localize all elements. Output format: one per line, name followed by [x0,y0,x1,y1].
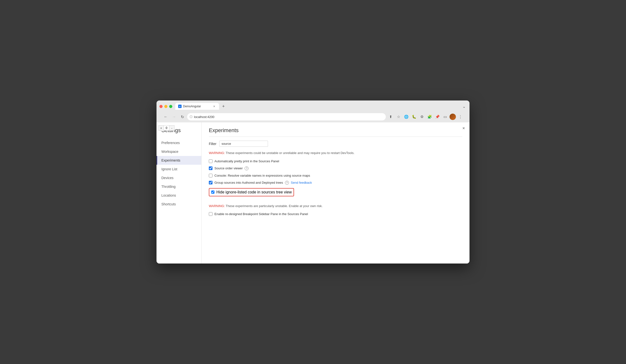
tab-title: DemoAngular [183,105,211,108]
pretty-print-checkbox[interactable] [209,159,212,163]
traffic-lights [159,105,172,108]
close-window-button[interactable] [159,105,162,108]
filter-label: Filter [209,142,216,146]
browser-window: A DemoAngular × + ⌄ ← → ↻ ⓘ ⬆ ☆ 🌐 [156,101,470,263]
hide-ignore-checkbox[interactable] [211,190,214,194]
group-sources-checkbox[interactable] [209,181,212,184]
title-bar: A DemoAngular × + ⌄ [159,103,467,110]
breakpoint-sidebar-label[interactable]: Enable re-designed Breakpoint Sidebar Pa… [214,212,308,216]
puzzle-icon[interactable]: 🧩 [426,113,433,120]
breakpoint-sidebar-checkbox[interactable] [209,212,212,216]
highlighted-item-border: Hide ignore-listed code in sources tree … [209,188,294,196]
send-feedback-link[interactable]: Send feedback [291,181,312,184]
filter-row: Filter [209,141,462,147]
address-input[interactable] [187,113,386,120]
counter-value: 0 [164,125,169,131]
source-order-label[interactable]: Source order viewer [214,166,243,170]
bug-icon[interactable]: 🐛 [411,113,417,120]
address-bar-wrapper: ⓘ [187,113,386,120]
bookmark-icon[interactable]: ☆ [395,113,402,120]
more-options-icon[interactable]: ⋮ [457,113,464,120]
translate-icon[interactable]: 🌐 [403,113,410,120]
tab-close-button[interactable]: × [212,104,216,108]
counter-widget: + 0 - [158,125,175,131]
info-icon: ⓘ [190,115,193,119]
devtools-icon[interactable]: ⚙ [418,113,425,120]
share-icon[interactable]: ⬆ [387,113,394,120]
back-button[interactable]: ← [162,113,169,120]
avatar[interactable] [450,114,456,120]
hide-ignore-label[interactable]: Hide ignore-listed code in sources tree … [216,190,292,194]
experiment-item-pretty-print: Automatically pretty print in the Source… [209,159,462,163]
sidebar-item-shortcuts[interactable]: Shortcuts [156,200,201,209]
source-order-checkbox[interactable] [209,166,212,170]
settings-panel: × Settings Preferences Workspace Experim… [156,122,470,263]
experiment-item-breakpoint-sidebar: Enable re-designed Breakpoint Sidebar Pa… [209,212,462,216]
warning-text-1: WARNING: These experiments could be unst… [209,151,462,155]
browser-chrome: A DemoAngular × + ⌄ ← → ↻ ⓘ ⬆ ☆ 🌐 [156,101,470,122]
sidebar-item-experiments[interactable]: Experiments [156,156,201,165]
tab-bar: A DemoAngular × + [175,103,462,110]
experiment-item-group-sources: Group sources into Authored and Deployed… [209,181,462,185]
sidebar-icon[interactable]: ▭ [442,113,449,120]
experiment-item-hide-ignore: Hide ignore-listed code in sources tree … [209,188,462,200]
sidebar-item-preferences[interactable]: Preferences [156,139,201,147]
sidebar-item-throttling[interactable]: Throttling [156,182,201,191]
resolve-vars-label[interactable]: Console: Resolve variable names in expre… [214,174,310,177]
warning-text-2: WARNING: These experiments are particula… [209,204,462,209]
settings-close-button[interactable]: × [461,125,467,131]
sidebar-item-locations[interactable]: Locations [156,191,201,200]
source-order-help-icon[interactable]: ? [245,166,248,170]
settings-content: Experiments Filter WARNING: These experi… [201,122,470,263]
new-tab-button[interactable]: + [220,103,227,110]
experiment-item-source-order: Source order viewer ? [209,166,462,170]
browser-tab[interactable]: A DemoAngular × [175,103,219,110]
filter-input[interactable] [219,141,268,147]
warning-label-2: WARNING: [209,204,225,208]
counter-increment-button[interactable]: + [158,125,164,131]
settings-sidebar: Settings Preferences Workspace Experimen… [156,122,201,263]
nav-actions: ⬆ ☆ 🌐 🐛 ⚙ 🧩 📌 ▭ ⋮ [387,113,464,120]
sidebar-item-devices[interactable]: Devices [156,174,201,182]
section-title: Experiments [209,127,462,137]
sidebar-item-workspace[interactable]: Workspace [156,147,201,156]
reload-button[interactable]: ↻ [179,113,186,120]
page-content: + 0 - × Settings Preferences Workspace E… [156,122,470,263]
sidebar-item-ignore-list[interactable]: Ignore List [156,165,201,174]
pretty-print-label[interactable]: Automatically pretty print in the Source… [214,159,279,163]
maximize-window-button[interactable] [169,105,172,108]
tab-favicon: A [178,105,182,108]
group-sources-label[interactable]: Group sources into Authored and Deployed… [214,181,283,184]
resolve-vars-checkbox[interactable] [209,174,212,177]
chevron-down-icon[interactable]: ⌄ [462,103,467,110]
group-sources-help-icon[interactable]: ? [285,181,289,185]
experiment-item-resolve-vars: Console: Resolve variable names in expre… [209,174,462,177]
pin-icon[interactable]: 📌 [434,113,441,120]
minimize-window-button[interactable] [164,105,167,108]
forward-button[interactable]: → [171,113,177,120]
section-divider [209,200,462,204]
nav-bar: ← → ↻ ⓘ ⬆ ☆ 🌐 🐛 ⚙ 🧩 📌 ▭ ⋮ [159,112,467,122]
counter-decrement-button[interactable]: - [169,125,175,131]
warning-label-1: WARNING: [209,151,225,155]
